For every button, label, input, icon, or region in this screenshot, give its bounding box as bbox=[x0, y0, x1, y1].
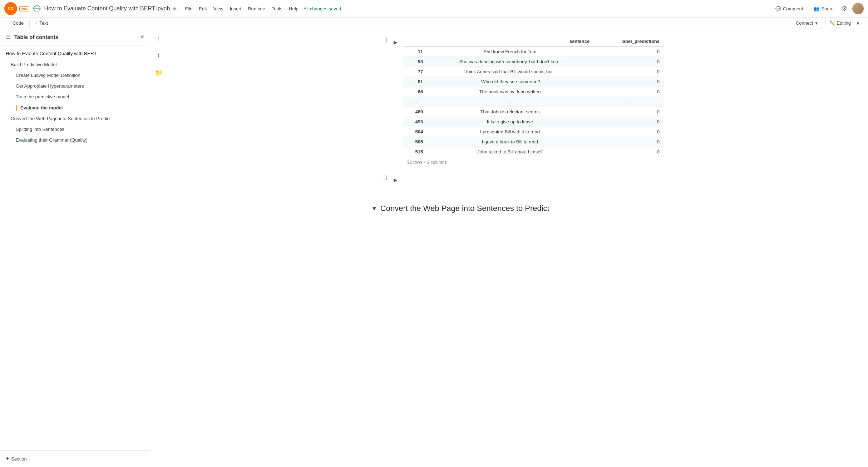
toc-item-evaluate[interactable]: Evaluate the model bbox=[0, 103, 150, 113]
content-area[interactable]: [ ] ▶ sentence label_predictions bbox=[167, 29, 868, 467]
cell-idx: 489 bbox=[403, 107, 427, 117]
run-icon-2: ▶ bbox=[394, 177, 398, 183]
cell-sentence: I think Agnes said that Bill would speak… bbox=[427, 67, 594, 77]
table-row: 505I gave a book to Bill to read.0 bbox=[403, 137, 664, 147]
cell-idx: 81 bbox=[403, 77, 427, 87]
add-section-button[interactable]: + Section bbox=[6, 454, 144, 463]
cell-idx: 505 bbox=[403, 137, 427, 147]
toc-item-splitting[interactable]: Splitting into Sentences bbox=[0, 124, 150, 135]
collapse-button[interactable]: ∧ bbox=[854, 19, 862, 27]
top-bar: CO PRO How to Evaluate Content Quality w… bbox=[0, 0, 868, 18]
cell-sentence: I presented Bill with it to read. bbox=[427, 127, 594, 137]
cell-sentence: I gave a book to Bill to read. bbox=[427, 137, 594, 147]
user-avatar[interactable] bbox=[852, 3, 864, 14]
cell-dataframe: [ ] ▶ sentence label_predictions bbox=[371, 36, 664, 168]
notebook-cells: [ ] ▶ sentence label_predictions bbox=[357, 29, 679, 223]
toc-icon: ☰ bbox=[6, 34, 11, 40]
cell-body-dataframe: sentence label_predictions 11She knew Fr… bbox=[403, 36, 664, 168]
cell-idx: ... bbox=[403, 97, 427, 107]
cell-label: 0 bbox=[594, 77, 664, 87]
folder-icon[interactable]: 📁 bbox=[153, 67, 165, 79]
menu-tools[interactable]: Tools bbox=[269, 5, 285, 13]
share-icon: 👥 bbox=[814, 6, 819, 11]
dataframe-table: sentence label_predictions 11She knew Fr… bbox=[403, 36, 664, 157]
toc-item-build[interactable]: Build Predictive Model bbox=[0, 59, 150, 70]
menu-insert[interactable]: Insert bbox=[227, 5, 245, 13]
sidebar-toggle-icon[interactable]: ⋮ bbox=[154, 33, 164, 44]
toc-item-convert[interactable]: Convert the Web Page into Sentences to P… bbox=[0, 113, 150, 124]
table-row: 504I presented Bill with it to read.0 bbox=[403, 127, 664, 137]
add-code-button[interactable]: + Code bbox=[6, 19, 26, 27]
sidebar-close-button[interactable]: × bbox=[140, 33, 144, 41]
table-of-contents: How to Evalute Content Quality with BERT… bbox=[0, 45, 150, 450]
col-header-labels: label_predictions bbox=[594, 36, 664, 46]
table-row: 489That John is reluctant seems.0 bbox=[403, 107, 664, 117]
cell-gutter: [ ] ▶ sentence label_predictions bbox=[371, 36, 664, 168]
cell-label: 0 bbox=[594, 67, 664, 77]
table-row: 493It is to give up to leave.0 bbox=[403, 117, 664, 127]
cell-sentence: That John is reluctant seems. bbox=[427, 107, 594, 117]
menu-help[interactable]: Help bbox=[286, 5, 301, 13]
cell-label: 0 bbox=[594, 107, 664, 117]
table-row: 11She knew French for Tom.0 bbox=[403, 46, 664, 57]
saved-status: All changes saved bbox=[304, 6, 341, 11]
left-icon-bar: ⋮ ↕ 📁 bbox=[150, 29, 167, 467]
run-cell-button[interactable]: ▶ bbox=[390, 37, 400, 47]
toc-item-hyperparams[interactable]: Get Appropiate Hyperparameters bbox=[0, 81, 150, 92]
cell-sentence: She knew French for Tom. bbox=[427, 46, 594, 57]
sidebar: ☰ Table of contents × How to Evalute Con… bbox=[0, 29, 150, 467]
share-button[interactable]: 👥 Share bbox=[811, 5, 837, 13]
cell-label: 0 bbox=[594, 46, 664, 57]
colab-logo[interactable]: CO bbox=[4, 2, 17, 15]
toolbar-divider bbox=[29, 20, 30, 27]
sidebar-footer: + Section bbox=[0, 450, 150, 467]
connect-button[interactable]: Connect ▼ bbox=[793, 19, 821, 27]
toc-item-main[interactable]: How to Evalute Content Quality with BERT bbox=[0, 48, 150, 59]
menu-view[interactable]: View bbox=[211, 5, 226, 13]
cell-label: 0 bbox=[594, 147, 664, 157]
top-right-controls: 💬 Comment 👥 Share ⚙ bbox=[773, 3, 864, 14]
colab-logo-text: CO bbox=[8, 7, 14, 10]
table-row: ......... bbox=[403, 97, 664, 107]
run-cell-button-2[interactable]: ▶ bbox=[390, 175, 400, 185]
settings-icon[interactable]: ⚙ bbox=[842, 5, 847, 13]
logo-area: CO PRO bbox=[4, 2, 29, 15]
toc-item-evaluating-grammar[interactable]: Evaluating their Grammar (Quality) bbox=[0, 135, 150, 146]
section-arrow[interactable]: ▼ bbox=[371, 205, 378, 212]
menu-runtime[interactable]: Runtime bbox=[245, 5, 268, 13]
menu-edit[interactable]: Edit bbox=[196, 5, 209, 13]
navigate-icon[interactable]: ↕ bbox=[155, 49, 162, 61]
add-text-button[interactable]: + Text bbox=[33, 19, 51, 27]
table-row: 515John talked to Bill about himself.0 bbox=[403, 147, 664, 157]
cell-sentence: The book was by John written. bbox=[427, 87, 594, 97]
toc-item-train[interactable]: Train the predictive model bbox=[0, 92, 150, 102]
cell-idx: 504 bbox=[403, 127, 427, 137]
cell-label: 0 bbox=[594, 57, 664, 67]
cell-idx: 53 bbox=[403, 57, 427, 67]
pro-badge: PRO bbox=[19, 6, 29, 11]
editing-area: ✏️ Editing bbox=[825, 20, 851, 26]
cell-bracket: [ ] bbox=[371, 36, 387, 42]
cell-idx: 77 bbox=[403, 67, 427, 77]
toc-item-create-ludwig[interactable]: Create Ludwig Model Definition bbox=[0, 70, 150, 81]
cell-sentence: She was dancing with somebody, but I don… bbox=[427, 57, 594, 67]
sidebar-header: ☰ Table of contents × bbox=[0, 29, 150, 45]
menu-file[interactable]: File bbox=[182, 5, 195, 13]
cell-sentence: It is to give up to leave. bbox=[427, 117, 594, 127]
file-title: How to Evaluate Content Quality with BER… bbox=[44, 5, 177, 12]
table-row: 86The book was by John written.0 bbox=[403, 87, 664, 97]
section-title: Convert the Web Page into Sentences to P… bbox=[380, 204, 549, 213]
cell-gutter-empty: [ ] ▶ bbox=[371, 174, 664, 185]
cell-idx: 11 bbox=[403, 46, 427, 57]
drive-icon bbox=[33, 5, 41, 13]
star-icon[interactable]: ★ bbox=[172, 5, 177, 12]
connect-dropdown-icon: ▼ bbox=[814, 21, 818, 25]
comment-button[interactable]: 💬 Comment bbox=[773, 5, 806, 13]
cell-idx: 86 bbox=[403, 87, 427, 97]
table-row: 81Who did they see someone?0 bbox=[403, 77, 664, 87]
col-header-idx bbox=[403, 36, 427, 46]
cell-idx: 515 bbox=[403, 147, 427, 157]
cell-label: 0 bbox=[594, 137, 664, 147]
table-row: 77I think Agnes said that Bill would spe… bbox=[403, 67, 664, 77]
cell-label: 0 bbox=[594, 87, 664, 97]
